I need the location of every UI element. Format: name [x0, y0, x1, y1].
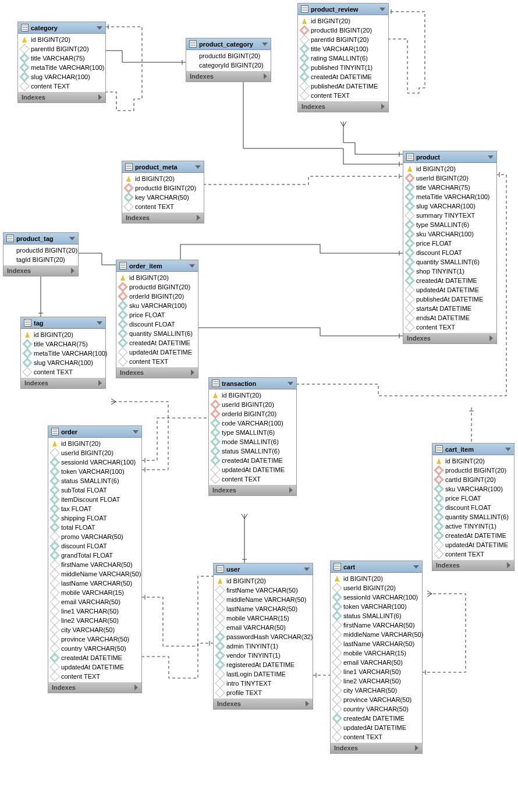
- attribute-icon: [332, 602, 342, 612]
- attribute-icon: [118, 338, 128, 348]
- attribute-icon: [211, 437, 221, 447]
- table-icon: [119, 262, 127, 270]
- column-name: createdAt DATETIME: [61, 654, 122, 661]
- indexes-footer[interactable]: Indexes: [432, 560, 514, 570]
- nullable-icon: [20, 44, 30, 54]
- table-user[interactable]: userid BIGINT(20)firstName VARCHAR(50)mi…: [213, 563, 313, 710]
- indexes-label: Indexes: [126, 214, 150, 221]
- table-header[interactable]: product: [403, 151, 496, 163]
- column-name: key VARCHAR(50): [135, 194, 189, 201]
- column: province VARCHAR(50): [331, 695, 422, 704]
- attribute-icon: [20, 72, 30, 82]
- table-product_tag[interactable]: product_tagproductId BIGINT(20)tagId BIG…: [3, 232, 79, 276]
- attribute-icon: [211, 419, 221, 428]
- column: promo VARCHAR(50): [48, 532, 141, 541]
- chevron-right-icon: [98, 94, 102, 100]
- table-cart[interactable]: cartid BIGINT(20)userId BIGINT(20)sessio…: [330, 561, 423, 754]
- attribute-icon: [300, 54, 310, 63]
- column: content TEXT: [298, 91, 388, 100]
- indexes-footer[interactable]: Indexes: [18, 92, 105, 102]
- indexes-footer[interactable]: Indexes: [21, 378, 105, 388]
- column: userId BIGINT(20): [48, 448, 141, 458]
- indexes-footer[interactable]: Indexes: [298, 101, 388, 112]
- column-name: quantity SMALLINT(6): [445, 513, 509, 520]
- nullable-icon: [211, 465, 221, 475]
- column-name: mobile VARCHAR(15): [226, 615, 289, 622]
- table-header[interactable]: product_meta: [122, 161, 204, 173]
- columns: productId BIGINT(20)categoryId BIGINT(20…: [186, 50, 271, 71]
- column: subTotal FLOAT: [48, 485, 141, 495]
- nullable-icon: [50, 597, 60, 607]
- table-title: transaction: [222, 380, 256, 387]
- indexes-footer[interactable]: Indexes: [122, 212, 204, 223]
- column: orderId BIGINT(20): [116, 292, 198, 301]
- nullable-icon: [50, 579, 60, 588]
- indexes-footer[interactable]: Indexes: [209, 485, 296, 495]
- column-name: summary TINYTEXT: [416, 212, 475, 219]
- foreign-key-icon: [434, 475, 444, 485]
- table-product_category[interactable]: product_categoryproductId BIGINT(20)cate…: [186, 38, 271, 82]
- column: lastName VARCHAR(50): [331, 639, 422, 648]
- table-transaction[interactable]: transactionid BIGINT(20)userId BIGINT(20…: [208, 377, 297, 496]
- indexes-footer[interactable]: Indexes: [48, 682, 141, 693]
- table-icon: [24, 319, 31, 327]
- column-name: id BIGINT(20): [135, 175, 175, 182]
- table-product_review[interactable]: product_reviewid BIGINT(20)productId BIG…: [297, 3, 389, 112]
- column: type SMALLINT(6): [403, 220, 496, 229]
- key-icon: [52, 441, 57, 446]
- nullable-icon: [215, 669, 225, 679]
- column: sessionId VARCHAR(100): [331, 593, 422, 602]
- column-name: tax FLOAT: [61, 505, 91, 512]
- column: metaTitle VARCHAR(100): [21, 349, 105, 358]
- column-name: productId BIGINT(20): [199, 52, 260, 59]
- nullable-icon: [405, 211, 415, 221]
- attribute-icon: [300, 72, 310, 82]
- table-header[interactable]: transaction: [209, 378, 296, 389]
- column-name: status SMALLINT(6): [343, 612, 402, 619]
- table-product_meta[interactable]: product_metaid BIGINT(20)productId BIGIN…: [122, 161, 204, 224]
- indexes-footer[interactable]: Indexes: [186, 71, 271, 81]
- indexes-footer[interactable]: Indexes: [331, 743, 422, 753]
- indexes-footer[interactable]: Indexes: [403, 333, 496, 343]
- column: token VARCHAR(100): [331, 602, 422, 611]
- attribute-icon: [300, 44, 310, 54]
- table-header[interactable]: tag: [21, 317, 105, 329]
- table-category[interactable]: categoryid BIGINT(20)parentId BIGINT(20)…: [17, 22, 106, 103]
- table-header[interactable]: order: [48, 426, 141, 438]
- column-name: middleName VARCHAR(50): [343, 631, 423, 638]
- table-icon: [21, 24, 29, 31]
- table-header[interactable]: product_category: [186, 38, 271, 50]
- table-header[interactable]: category: [18, 22, 105, 34]
- column-name: price FLOAT: [416, 240, 452, 247]
- indexes-footer[interactable]: Indexes: [214, 698, 313, 709]
- column-name: sessionId VARCHAR(100): [61, 459, 136, 466]
- table-cart_item[interactable]: cart_itemid BIGINT(20)productId BIGINT(2…: [432, 443, 515, 571]
- nullable-icon: [300, 35, 310, 45]
- column: productId BIGINT(20): [186, 51, 271, 61]
- table-tag[interactable]: tagid BIGINT(20)title VARCHAR(75)metaTit…: [20, 317, 106, 389]
- table-header[interactable]: cart_item: [432, 444, 514, 455]
- table-header[interactable]: product_review: [298, 3, 388, 15]
- table-order_item[interactable]: order_itemid BIGINT(20)productId BIGINT(…: [116, 260, 198, 378]
- table-title: order_item: [129, 263, 162, 270]
- column-name: quantity SMALLINT(6): [129, 330, 193, 337]
- table-header[interactable]: user: [214, 563, 313, 575]
- column-name: promo VARCHAR(50): [61, 533, 123, 540]
- indexes-footer[interactable]: Indexes: [3, 265, 78, 276]
- indexes-footer[interactable]: Indexes: [116, 367, 198, 378]
- table-product[interactable]: productid BIGINT(20)userId BIGINT(20)tit…: [403, 151, 497, 344]
- column: grandTotal FLOAT: [48, 551, 141, 560]
- attribute-icon: [215, 651, 225, 661]
- column-name: updatedAt DATETIME: [129, 349, 192, 356]
- columns: id BIGINT(20)userId BIGINT(20)sessionId …: [48, 438, 141, 682]
- column: createdAt DATETIME: [116, 338, 198, 348]
- table-header[interactable]: product_tag: [3, 233, 78, 244]
- column-name: updatedAt DATETIME: [61, 664, 124, 671]
- table-order[interactable]: orderid BIGINT(20)userId BIGINT(20)sessi…: [48, 425, 142, 693]
- table-header[interactable]: cart: [331, 561, 422, 573]
- table-header[interactable]: order_item: [116, 260, 198, 272]
- nullable-icon: [20, 81, 30, 91]
- column: userId BIGINT(20): [331, 583, 422, 593]
- foreign-key-icon: [434, 466, 444, 476]
- attribute-icon: [215, 641, 225, 651]
